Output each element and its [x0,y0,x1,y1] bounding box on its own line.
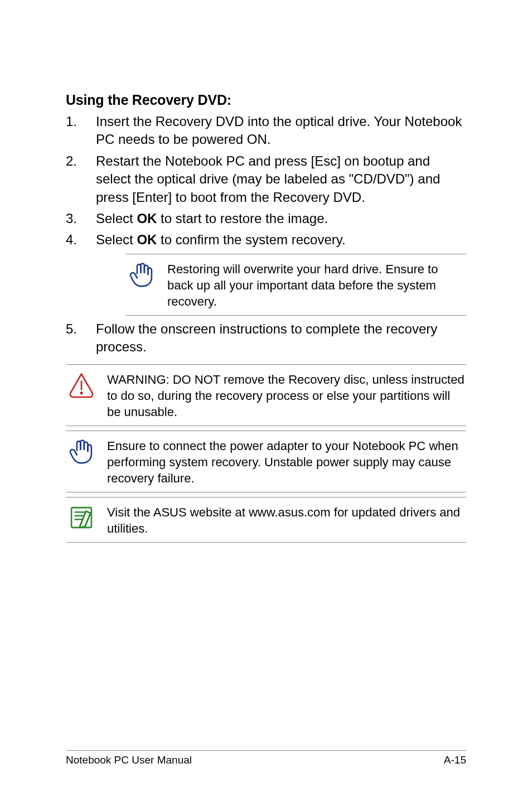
callout-text: Ensure to connect the power adapter to y… [107,437,466,486]
step-1-text: Insert the Recovery DVD into the optical… [96,114,462,147]
important-hand-icon [126,260,157,291]
note-icon [66,503,97,534]
step-1: Insert the Recovery DVD into the optical… [66,113,466,149]
svg-point-1 [81,392,82,393]
step-5: Follow the onscreen instructions to comp… [66,320,466,356]
step-4-bold: OK [137,232,157,247]
page-footer: Notebook PC User Manual A-15 [66,750,466,766]
step-4-post: to confirm the system recovery. [157,232,345,247]
step-3-pre: Select [96,211,137,226]
footer-title: Notebook PC User Manual [66,754,192,766]
footer-page-number: A-15 [444,754,466,766]
steps-list: Insert the Recovery DVD into the optical… [66,113,466,356]
important-hand-icon [66,437,97,468]
callout-text: Restoring will overwrite your hard drive… [167,260,466,310]
step-4: Select OK to confirm the system recovery… [66,231,466,315]
section-heading: Using the Recovery DVD: [66,92,466,108]
step-5-text: Follow the onscreen instructions to comp… [96,321,437,354]
callout-warning-disc: WARNING: DO NOT remove the Recovery disc… [66,364,466,426]
step-3: Select OK to start to restore the image. [66,210,466,228]
step-3-bold: OK [137,211,157,226]
callout-note-website: Visit the ASUS website at www.asus.com f… [66,497,466,543]
step-3-post: to start to restore the image. [157,211,328,226]
step-2-text: Restart the Notebook PC and press [Esc] … [96,153,440,205]
step-2: Restart the Notebook PC and press [Esc] … [66,152,466,206]
warning-icon [66,370,97,402]
step-4-pre: Select [96,232,137,247]
callout-text: WARNING: DO NOT remove the Recovery disc… [107,370,466,420]
callout-important-power: Ensure to connect the power adapter to y… [66,431,466,492]
callout-important-backup: Restoring will overwrite your hard drive… [126,254,466,316]
callout-text: Visit the ASUS website at www.asus.com f… [107,503,466,537]
